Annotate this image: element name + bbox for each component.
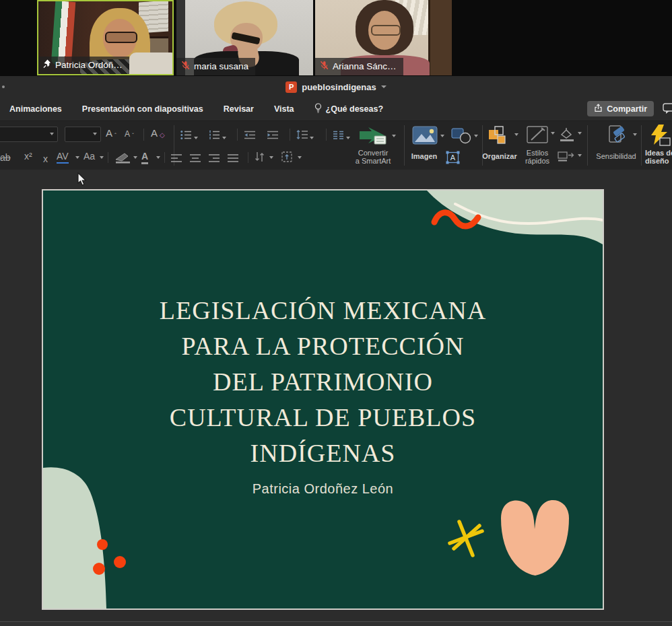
design-ideas-icon[interactable]: [649, 125, 671, 146]
tab-animaciones[interactable]: Animaciones: [9, 104, 62, 114]
font-size-select[interactable]: [65, 127, 101, 142]
highlight-pen-chevron[interactable]: [133, 156, 137, 159]
align-left-button[interactable]: [171, 154, 182, 162]
screen: Patricia Ordóñ… maria susana: [0, 0, 672, 626]
design-ideas-label[interactable]: Ideas dediseño: [645, 149, 672, 165]
participant-tile-1[interactable]: Patricia Ordóñ…: [37, 0, 174, 75]
align-text-button[interactable]: [281, 151, 294, 162]
font-name-select[interactable]: [0, 127, 58, 142]
shape-fill-chevron[interactable]: [578, 132, 582, 135]
text-direction-chevron[interactable]: [269, 156, 273, 159]
font-color-chevron[interactable]: [156, 156, 160, 159]
clear-formatting-button[interactable]: A◇: [151, 127, 165, 139]
slide-editor-area[interactable]: LEGISLACIÓN MEXICANA PARA LA PROTECCIÓN …: [0, 170, 672, 626]
titlebar: P pueblosindigenas: [0, 76, 672, 98]
convert-smartart-label[interactable]: Convertira SmartArt: [340, 149, 406, 165]
organizar-label[interactable]: Organizar: [479, 152, 520, 160]
arrange-chevron[interactable]: [578, 154, 582, 157]
sensitivity-icon[interactable]: [605, 125, 628, 147]
imagen-label[interactable]: Imagen: [409, 152, 439, 160]
shape-fill-icon[interactable]: [559, 128, 575, 141]
mic-off-icon: [181, 61, 190, 72]
slide-subtitle[interactable]: Patricia Ordoñez León: [43, 481, 603, 497]
participant-tile-3[interactable]: Arianna Sánc…: [315, 0, 452, 75]
strikethrough-button[interactable]: ab: [0, 152, 11, 163]
align-center-button[interactable]: [190, 154, 201, 162]
picture-chevron[interactable]: [440, 135, 444, 137]
shrink-font-button[interactable]: Aˇ: [125, 129, 134, 139]
highlight-pen-icon[interactable]: [114, 152, 132, 164]
align-right-button[interactable]: [209, 154, 220, 162]
superscript-button[interactable]: x²: [24, 151, 32, 162]
powerpoint-icon: P: [285, 81, 297, 93]
participant-name: maria susana: [194, 61, 248, 71]
svg-text:A: A: [450, 153, 456, 162]
participant-name-badge: Patricia Ordóñ…: [38, 57, 129, 74]
decrease-indent-button[interactable]: [244, 131, 256, 139]
quick-styles-chevron[interactable]: [551, 132, 555, 135]
arrange-icon[interactable]: [558, 150, 574, 162]
estilos-rapidos-label[interactable]: Estilosrápidos: [520, 149, 555, 165]
subscript-button[interactable]: x: [43, 153, 48, 164]
tab-vista[interactable]: Vista: [274, 104, 294, 114]
font-color-button[interactable]: A: [141, 151, 148, 164]
chevron-down-icon[interactable]: [381, 85, 387, 88]
change-case-button[interactable]: Aa: [83, 151, 95, 162]
peach-tulip-shape: [501, 500, 569, 576]
tab-presentacion[interactable]: Presentación con diapositivas: [82, 104, 203, 114]
quick-styles-icon[interactable]: [527, 125, 549, 145]
align-text-chevron[interactable]: [298, 156, 302, 159]
participant-name: Patricia Ordóñ…: [55, 60, 123, 70]
tab-revisar[interactable]: Revisar: [224, 104, 254, 114]
bullets-button[interactable]: [180, 131, 198, 139]
ribbon-tab-row: Animaciones Presentación con diapositiva…: [0, 98, 672, 120]
document-title-group[interactable]: P pueblosindigenas: [0, 76, 672, 98]
increase-indent-button[interactable]: [267, 131, 279, 139]
convert-smartart-icon[interactable]: [360, 126, 388, 146]
justify-button[interactable]: [228, 154, 239, 162]
picture-icon[interactable]: [412, 126, 438, 145]
tab-que-deseas[interactable]: ¿Qué deseas?: [314, 103, 383, 115]
comment-icon[interactable]: [663, 103, 672, 117]
participant-name-badge: Arianna Sánc…: [315, 58, 403, 75]
lightbulb-icon: [314, 103, 322, 115]
participant-name: Arianna Sánc…: [333, 61, 397, 71]
numbering-button[interactable]: [209, 131, 226, 139]
mouse-cursor: [77, 172, 88, 186]
yellow-asterisk: [450, 522, 482, 555]
line-spacing-button[interactable]: [296, 130, 314, 139]
shapes-icon[interactable]: [451, 128, 471, 144]
text-direction-button[interactable]: [255, 151, 266, 162]
sensibilidad-label[interactable]: Sensibilidad: [590, 152, 642, 160]
organize-chevron[interactable]: [514, 133, 518, 136]
textbox-icon[interactable]: A: [446, 151, 460, 164]
slide-title[interactable]: LEGISLACIÓN MEXICANA PARA LA PROTECCIÓN …: [43, 293, 603, 471]
grow-font-button[interactable]: Aˆ: [106, 127, 116, 139]
status-bar: [0, 621, 672, 626]
character-spacing-button[interactable]: AV: [57, 151, 69, 164]
participant-name-badge: maria susana: [176, 58, 255, 75]
shapes-chevron[interactable]: [474, 135, 478, 137]
mic-off-icon: [320, 61, 329, 72]
slide-canvas[interactable]: LEGISLACIÓN MEXICANA PARA LA PROTECCIÓN …: [42, 189, 604, 610]
share-button[interactable]: Compartir: [587, 101, 654, 116]
pin-icon: [43, 59, 51, 71]
character-spacing-chevron[interactable]: [75, 156, 79, 159]
share-icon: [594, 104, 603, 114]
columns-button[interactable]: [333, 131, 350, 139]
participant-tile-2[interactable]: maria susana: [176, 0, 313, 75]
document-title: pueblosindigenas: [302, 82, 376, 92]
ribbon-toolbar: Aˆ Aˇ A◇: [0, 120, 672, 170]
smartart-chevron[interactable]: [392, 135, 396, 137]
meeting-video-strip: Patricia Ordóñ… maria susana: [0, 0, 672, 76]
sensitivity-chevron[interactable]: [633, 133, 637, 136]
change-case-chevron[interactable]: [100, 156, 104, 159]
organize-icon[interactable]: [488, 125, 512, 145]
